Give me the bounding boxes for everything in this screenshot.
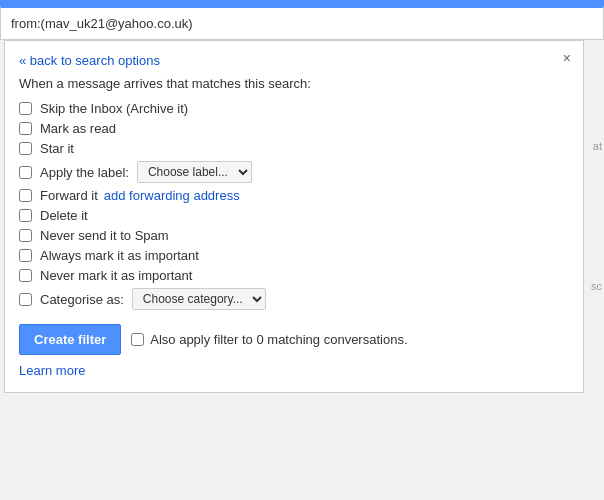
checkbox-never-important[interactable]	[19, 269, 32, 282]
option-forward-it: Forward it add forwarding address	[19, 188, 569, 203]
label-delete-it: Delete it	[40, 208, 88, 223]
footer-row: Create filter Also apply filter to 0 mat…	[19, 324, 569, 355]
filter-options-panel: « back to search options × When a messag…	[4, 40, 584, 393]
checkbox-star-it[interactable]	[19, 142, 32, 155]
also-apply-text: Also apply filter to 0 matching conversa…	[150, 332, 407, 347]
also-apply-checkbox[interactable]	[131, 333, 144, 346]
learn-more-link[interactable]: Learn more	[19, 363, 569, 378]
checkbox-delete-it[interactable]	[19, 209, 32, 222]
option-apply-label: Apply the label: Choose label...	[19, 161, 569, 183]
label-categorise: Categorise as:	[40, 292, 124, 307]
option-mark-as-read: Mark as read	[19, 121, 569, 136]
label-select-dropdown[interactable]: Choose label...	[137, 161, 252, 183]
label-skip-inbox: Skip the Inbox (Archive it)	[40, 101, 188, 116]
option-always-important: Always mark it as important	[19, 248, 569, 263]
label-never-spam: Never send it to Spam	[40, 228, 169, 243]
label-always-important: Always mark it as important	[40, 248, 199, 263]
checkbox-never-spam[interactable]	[19, 229, 32, 242]
label-apply-label: Apply the label:	[40, 165, 129, 180]
option-delete-it: Delete it	[19, 208, 569, 223]
search-input[interactable]	[11, 16, 593, 31]
checkbox-apply-label[interactable]	[19, 166, 32, 179]
search-bar-container	[0, 6, 604, 40]
option-never-spam: Never send it to Spam	[19, 228, 569, 243]
at-label: at	[593, 140, 602, 152]
label-mark-as-read: Mark as read	[40, 121, 116, 136]
category-select-dropdown[interactable]: Choose category...	[132, 288, 266, 310]
sc-label: sc	[591, 280, 602, 292]
checkbox-skip-inbox[interactable]	[19, 102, 32, 115]
back-to-search-link[interactable]: « back to search options	[19, 53, 160, 68]
close-button[interactable]: ×	[563, 51, 571, 65]
option-never-important: Never mark it as important	[19, 268, 569, 283]
checkbox-always-important[interactable]	[19, 249, 32, 262]
panel-description: When a message arrives that matches this…	[19, 76, 569, 91]
option-star-it: Star it	[19, 141, 569, 156]
create-filter-button[interactable]: Create filter	[19, 324, 121, 355]
label-star-it: Star it	[40, 141, 74, 156]
option-skip-inbox: Skip the Inbox (Archive it)	[19, 101, 569, 116]
checkbox-forward-it[interactable]	[19, 189, 32, 202]
add-forwarding-address-link[interactable]: add forwarding address	[104, 188, 240, 203]
checkbox-categorise[interactable]	[19, 293, 32, 306]
also-apply-row: Also apply filter to 0 matching conversa…	[131, 332, 407, 347]
checkbox-mark-as-read[interactable]	[19, 122, 32, 135]
label-never-important: Never mark it as important	[40, 268, 192, 283]
option-categorise: Categorise as: Choose category...	[19, 288, 569, 310]
label-forward-it: Forward it	[40, 188, 98, 203]
